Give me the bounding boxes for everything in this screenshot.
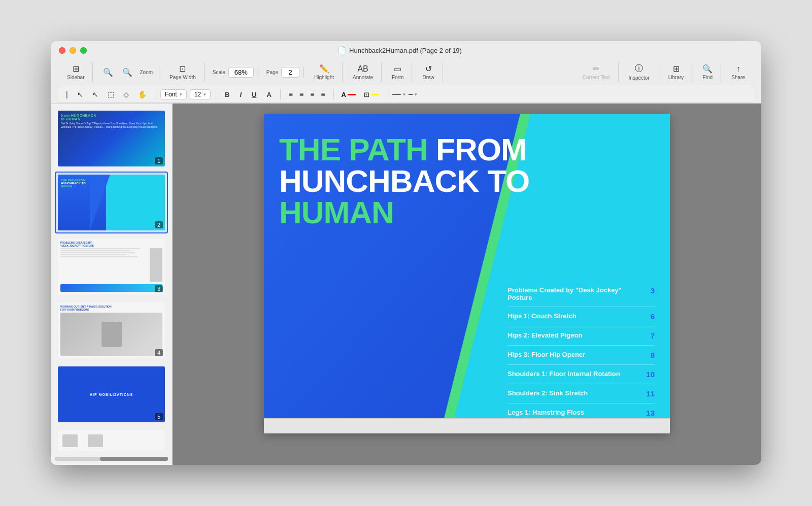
thumb-number-1: 1	[155, 157, 163, 164]
zoom-in-icon: 🔍	[122, 68, 132, 77]
page-group: Page	[260, 67, 304, 78]
scale-group: Scale	[207, 67, 258, 78]
pdf-icon: 📄	[337, 46, 346, 54]
strikethrough-button[interactable]: A	[263, 89, 275, 100]
thumbnail-6[interactable]	[55, 427, 168, 453]
heading-line2: HUNCHBACK TO	[279, 165, 529, 197]
line-weight-selector[interactable]: ─ ▾	[409, 91, 418, 98]
font-selector[interactable]: Font ▾	[160, 89, 187, 99]
toc-text-2: Hips 2: Elevated Pigeon	[507, 331, 642, 339]
text-select-tool[interactable]: |	[63, 88, 71, 100]
thumb-number-2: 2	[155, 221, 163, 228]
separator3	[280, 89, 281, 99]
thumb-img-5: HIP MOBILIZATIONS	[58, 366, 165, 422]
thumbnail-1[interactable]: from HUNCHBACKto HUMAN Get Dr. Kelly Sta…	[55, 108, 168, 170]
maximize-button[interactable]	[80, 47, 87, 54]
toc-item-1: Hips 1: Couch Stretch 6	[507, 307, 655, 326]
share-button[interactable]: ↑ Share	[727, 62, 749, 82]
share-icon: ↑	[736, 64, 740, 74]
underline-button[interactable]: U	[248, 89, 260, 100]
italic-button[interactable]: I	[236, 89, 245, 100]
text-color-button[interactable]: A	[339, 89, 358, 100]
text-color-swatch	[348, 94, 356, 95]
title-bar-top: 📄 Hunchback2Human.pdf (Page 2 of 19)	[59, 46, 753, 54]
thumbnail-5[interactable]: HIP MOBILIZATIONS 5	[55, 363, 168, 425]
draw-icon: ↺	[425, 64, 432, 74]
thumb1-title: from HUNCHBACKto HUMAN	[61, 114, 162, 121]
line-style-selector[interactable]: ── ▾	[392, 91, 405, 98]
page-width-button[interactable]: ⊡ Page Width	[165, 62, 200, 82]
find-button[interactable]: 🔍 Find	[698, 62, 717, 82]
correct-text-button[interactable]: ✏ Correct Text	[579, 62, 614, 82]
pdf-viewer[interactable]: THE PATH FROM HUNCHBACK TO HUMAN Problem…	[173, 104, 761, 465]
correct-text-group: ✏ Correct Text	[574, 62, 619, 82]
thumb-img-1: from HUNCHBACKto HUMAN Get Dr. Kelly Sta…	[58, 111, 165, 166]
sidebar-button[interactable]: ⊞ Sidebar	[63, 62, 88, 82]
toc-items: Problems Created by "Desk Jockey" Postur…	[507, 281, 655, 418]
annotate-button[interactable]: AB Annotate	[349, 62, 377, 82]
rect-select-tool[interactable]: ⬚	[105, 88, 117, 100]
toc-item-0: Problems Created by "Desk Jockey" Postur…	[507, 281, 655, 307]
form-button[interactable]: ▭ Form	[388, 62, 408, 82]
scale-input[interactable]	[228, 67, 254, 78]
bg-color-button[interactable]: ⊡	[361, 89, 382, 100]
sidebar-panel: from HUNCHBACKto HUMAN Get Dr. Kelly Sta…	[51, 104, 173, 465]
thumb1-subtitle: Get Dr. Kelly Starrett's Top 7 Ways to K…	[61, 122, 162, 128]
thumbnail-2[interactable]: THE PATH FROM HUNCHBACK TO HUMAN 2	[55, 172, 168, 233]
thumb-number-5: 5	[155, 413, 163, 420]
table-of-contents: Problems Created by "Desk Jockey" Postur…	[507, 281, 655, 418]
title-bar: 📄 Hunchback2Human.pdf (Page 2 of 19) ⊞ S…	[51, 41, 761, 104]
hand-tool[interactable]: ✋	[135, 88, 150, 100]
sidebar-scrollbar[interactable]	[55, 457, 168, 461]
cursor-tool[interactable]: ↖	[89, 88, 101, 100]
line-weight-arrow: ▾	[415, 92, 417, 97]
page-label: Page	[264, 70, 280, 75]
find-icon: 🔍	[702, 64, 713, 74]
thumbnail-list: from HUNCHBACKto HUMAN Get Dr. Kelly Sta…	[55, 108, 168, 453]
line-style-arrow: ▾	[403, 92, 405, 97]
align-left-button[interactable]: ≡	[286, 88, 296, 100]
align-justify-button[interactable]: ≡	[318, 88, 328, 100]
align-right-button[interactable]: ≡	[307, 88, 317, 100]
pdf-page: THE PATH FROM HUNCHBACK TO HUMAN Problem…	[264, 114, 670, 433]
bold-button[interactable]: B	[221, 89, 233, 100]
line-style-preview: ──	[392, 91, 401, 98]
thumbnail-3[interactable]: PROBLEMS CREATED BY"DESK JOCKEY" POSTURE	[55, 235, 168, 297]
zoom-out-button[interactable]: 🔍	[99, 65, 117, 79]
next-page-strip	[264, 418, 670, 433]
inspector-button[interactable]: ⓘ Inspector	[625, 61, 654, 83]
library-icon: ⊞	[673, 64, 680, 74]
zoom-in-button[interactable]: 🔍	[118, 65, 137, 79]
thumb-img-3: PROBLEMS CREATED BY"DESK JOCKEY" POSTURE	[58, 239, 165, 294]
draw-button[interactable]: ↺ Draw	[418, 62, 438, 82]
library-button[interactable]: ⊞ Library	[664, 62, 688, 82]
toc-num-3: 8	[642, 351, 655, 359]
app-window: 📄 Hunchback2Human.pdf (Page 2 of 19) ⊞ S…	[51, 41, 761, 465]
highlight-icon: ✏️	[319, 64, 329, 74]
format-bar: | ↖ ↖ ⬚ ◇ ✋ Font ▾ 12 ▾ B I U A ≡ ≡	[59, 86, 753, 103]
highlight-button[interactable]: ✏️ Highlight	[310, 62, 338, 82]
close-button[interactable]	[59, 47, 65, 54]
main-content: from HUNCHBACKto HUMAN Get Dr. Kelly Sta…	[51, 104, 761, 465]
thumbnail-4[interactable]: WORKING OUT ISN'T A MAGIC SOLUTIONFOR YO…	[55, 299, 168, 361]
zoom-group: 🔍 🔍 Zoom	[95, 65, 159, 79]
minimize-button[interactable]	[70, 47, 76, 54]
bg-color-swatch	[371, 94, 379, 95]
share-group: ↑ Share	[723, 62, 753, 82]
align-center-button[interactable]: ≡	[296, 88, 307, 100]
select-tool[interactable]: ↖	[74, 88, 86, 100]
font-name: Font	[165, 91, 177, 98]
page-width-group: ⊡ Page Width	[161, 62, 205, 82]
separator2	[216, 89, 216, 99]
heading-line3: HUMAN	[279, 197, 529, 228]
page-width-icon: ⊡	[179, 64, 186, 74]
page-heading: THE PATH FROM HUNCHBACK TO HUMAN	[279, 134, 529, 228]
toc-item-5: Shoulders 2: Sink Stretch 11	[507, 384, 655, 403]
toolbar-row1: ⊞ Sidebar 🔍 🔍 Zoom ⊡ Page Width	[59, 58, 753, 86]
font-size-selector[interactable]: 12 ▾	[190, 89, 211, 99]
page-input[interactable]	[281, 67, 299, 78]
eraser-tool[interactable]: ◇	[120, 88, 132, 100]
toc-num-2: 7	[642, 331, 655, 340]
align-buttons: ≡ ≡ ≡ ≡	[286, 88, 328, 100]
thumb-img-6	[58, 430, 165, 451]
